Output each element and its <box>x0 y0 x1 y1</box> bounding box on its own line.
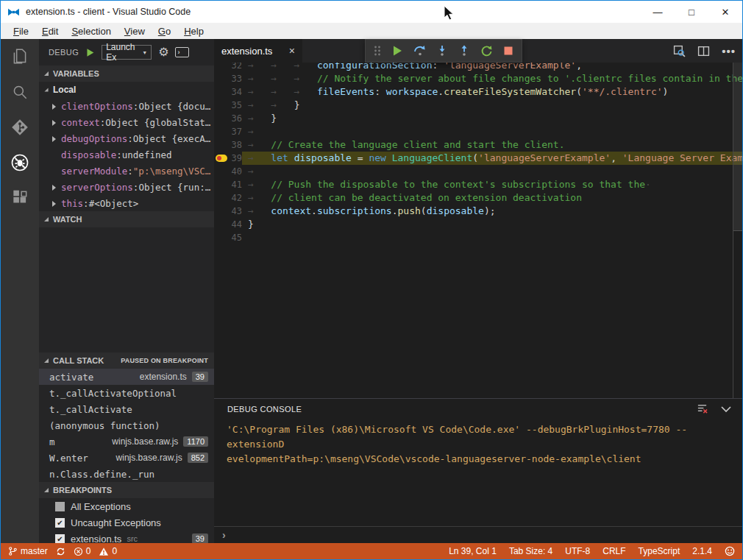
line-gutter[interactable]: 42 <box>214 191 242 205</box>
code-line[interactable]: 41→ // Push the disposable to the contex… <box>214 178 743 191</box>
code-line[interactable]: 33→ → → // Notify the server about file … <box>214 72 743 85</box>
line-gutter[interactable]: 34 <box>214 85 242 99</box>
code-line[interactable]: 38→ // Create the language client and st… <box>214 138 743 152</box>
stack-frame-row[interactable]: W.enterwinjs.base.raw.js852 <box>39 450 214 466</box>
variable-row[interactable]: this: #<Object> <box>39 195 214 211</box>
variable-row[interactable]: clientOptions: Object {docu… <box>39 98 214 114</box>
line-gutter[interactable]: 32 <box>214 63 242 72</box>
menu-item-selection[interactable]: Selection <box>65 24 117 38</box>
step-over-button[interactable] <box>413 45 427 57</box>
breakpoints-section-header[interactable]: BREAKPOINTS <box>39 482 214 498</box>
console-input[interactable]: › <box>214 526 743 543</box>
warning-count[interactable]: 0 <box>99 546 117 556</box>
breakpoint-row[interactable]: All Exceptions <box>39 498 214 514</box>
menu-item-go[interactable]: Go <box>152 24 177 38</box>
stack-frame-row[interactable]: n.Class.define._run <box>39 466 214 482</box>
menu-item-edit[interactable]: Edit <box>35 24 65 38</box>
breakpoint-checkbox[interactable]: ✔ <box>55 518 65 528</box>
scrollbar-slider[interactable] <box>733 63 743 231</box>
code-line[interactable]: 45 <box>214 231 743 244</box>
chevron-down-icon[interactable] <box>721 405 731 413</box>
error-count[interactable]: 0 <box>74 546 91 556</box>
line-gutter[interactable]: 40 <box>214 165 242 178</box>
feedback-smiley-icon[interactable] <box>725 546 735 556</box>
line-gutter[interactable]: 43 <box>214 205 242 218</box>
tab-extension-ts[interactable]: extension.ts × <box>214 39 302 63</box>
source-control-icon[interactable] <box>1 110 39 145</box>
git-branch-indicator[interactable]: master <box>8 546 48 556</box>
code-editor[interactable]: 32→ → → configurationSection: 'languageS… <box>214 63 743 398</box>
stack-frame-row[interactable]: (anonymous function) <box>39 417 214 433</box>
watch-section-header[interactable]: WATCH <box>39 211 214 227</box>
code-line[interactable]: 35→ → } <box>214 99 743 112</box>
line-gutter[interactable]: 39 <box>214 152 242 165</box>
code-line[interactable]: 43→ context.subscriptions.push(disposabl… <box>214 205 743 218</box>
code-line[interactable]: 37→ <box>214 125 743 138</box>
code-line[interactable]: 42→ // client can be deactivated on exte… <box>214 191 743 205</box>
breakpoint-row[interactable]: ✔Uncaught Exceptions <box>39 514 214 531</box>
close-button[interactable]: ✕ <box>708 1 742 23</box>
line-gutter[interactable]: 36 <box>214 112 242 125</box>
line-gutter[interactable]: 41 <box>214 178 242 191</box>
variable-row[interactable]: serverOptions: Object {run:… <box>39 179 214 195</box>
code-line[interactable]: 44} <box>214 218 743 231</box>
menu-item-view[interactable]: View <box>118 24 152 38</box>
configure-gear-icon[interactable]: ⚙ <box>158 46 168 58</box>
extensions-icon[interactable] <box>1 180 39 216</box>
status-item[interactable]: 2.1.4 <box>692 546 712 556</box>
step-into-button[interactable] <box>436 45 448 57</box>
code-line[interactable]: 32→ → → configurationSection: 'languageS… <box>214 63 743 72</box>
split-editor-icon[interactable] <box>697 45 710 57</box>
variable-row[interactable]: debugOptions: Object {execA… <box>39 130 214 146</box>
variables-section-header[interactable]: VARIABLES <box>39 65 214 82</box>
open-repl-icon[interactable]: › <box>175 47 189 57</box>
line-gutter[interactable]: 33 <box>214 72 242 85</box>
breakpoint-checkbox[interactable] <box>55 502 65 511</box>
line-gutter[interactable]: 37 <box>214 125 242 138</box>
line-gutter[interactable]: 38 <box>214 138 242 152</box>
open-preview-icon[interactable] <box>673 45 686 57</box>
restart-button[interactable] <box>480 45 493 57</box>
code-line[interactable]: 39→ let disposable = new LanguageClient(… <box>214 152 743 165</box>
line-gutter[interactable]: 44 <box>214 218 242 231</box>
debug-icon[interactable] <box>1 145 39 180</box>
status-item[interactable]: Ln 39, Col 1 <box>449 546 497 556</box>
stack-frame-row[interactable]: activateextension.ts39 <box>39 369 214 385</box>
scope-row[interactable]: Local <box>39 82 214 98</box>
line-gutter[interactable]: 35 <box>214 99 242 112</box>
stop-button[interactable] <box>503 46 513 56</box>
sync-icon[interactable] <box>56 547 65 556</box>
breakpoint-paused-icon[interactable] <box>216 155 227 162</box>
maximize-button[interactable]: □ <box>675 1 708 23</box>
search-icon[interactable] <box>1 74 39 110</box>
status-item[interactable]: CRLF <box>602 546 625 556</box>
code-line[interactable]: 34→ → → fileEvents: workspace.createFile… <box>214 85 743 99</box>
tab-close-icon[interactable]: × <box>289 45 295 57</box>
explorer-icon[interactable] <box>1 39 39 74</box>
clear-console-icon[interactable] <box>697 403 708 414</box>
minimize-button[interactable]: — <box>641 1 675 23</box>
toolbar-drag-grip[interactable] <box>374 45 381 57</box>
status-item[interactable]: UTF-8 <box>565 546 590 556</box>
more-actions-icon[interactable]: ••• <box>722 45 736 57</box>
breakpoint-checkbox[interactable]: ✔ <box>55 534 65 544</box>
status-item[interactable]: TypeScript <box>639 546 680 556</box>
code-line[interactable]: 40→ <box>214 165 743 178</box>
start-debug-button[interactable] <box>85 48 95 57</box>
status-item[interactable]: Tab Size: 4 <box>509 546 552 556</box>
variable-row[interactable]: context: Object {globalStat… <box>39 114 214 130</box>
editor-scrollbar[interactable] <box>733 63 743 398</box>
stack-frame-row[interactable]: mwinjs.base.raw.js1170 <box>39 433 214 450</box>
menu-item-help[interactable]: Help <box>177 24 210 38</box>
step-out-button[interactable] <box>458 45 470 57</box>
stack-frame-row[interactable]: t._callActivate <box>39 401 214 417</box>
launch-config-dropdown[interactable]: Launch Ex ▼ <box>102 45 152 60</box>
stack-frame-row[interactable]: t._callActivateOptional <box>39 385 214 401</box>
variable-row[interactable]: disposable: undefined <box>39 146 214 163</box>
code-line[interactable]: 36→ } <box>214 112 743 125</box>
menu-item-file[interactable]: File <box>7 24 35 38</box>
continue-button[interactable] <box>391 45 403 57</box>
line-gutter[interactable]: 45 <box>214 231 242 244</box>
variable-row[interactable]: serverModule: "p:\mseng\VSC… <box>39 163 214 179</box>
call-stack-section-header[interactable]: CALL STACK PAUSED ON BREAKPOINT <box>39 352 214 369</box>
